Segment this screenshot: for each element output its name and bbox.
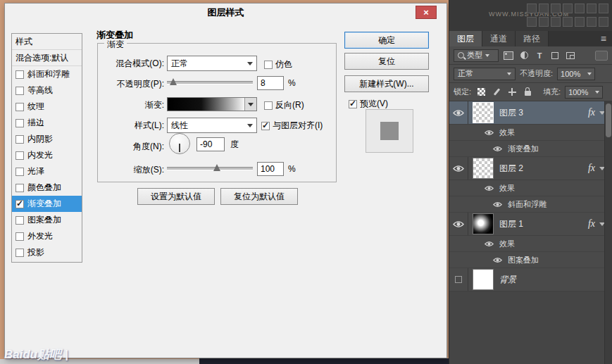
style-item-satin[interactable]: 光泽	[12, 163, 82, 180]
gradient-overlay-checkbox[interactable]	[15, 200, 24, 208]
panel-icon[interactable]	[527, 17, 537, 27]
preview-option[interactable]: 预览(V)	[349, 98, 388, 110]
angle-dial[interactable]	[169, 133, 190, 154]
layer-thumbnail[interactable]	[473, 269, 494, 290]
pattern-overlay-checkbox[interactable]	[15, 216, 24, 225]
panel-icon[interactable]	[539, 17, 549, 27]
visibility-toggle[interactable]	[449, 157, 468, 180]
visibility-toggle[interactable]	[449, 213, 468, 235]
panel-icon[interactable]	[575, 17, 585, 27]
layer-row-3[interactable]: 图层 3 fx	[449, 101, 612, 125]
style-item-inner-glow[interactable]: 内发光	[12, 147, 82, 163]
eye-icon[interactable]	[485, 241, 494, 247]
layer-opacity-input[interactable]: 100%	[557, 68, 595, 80]
inner-glow-checkbox[interactable]	[15, 151, 24, 160]
layer-row-background[interactable]: 背景	[449, 268, 612, 291]
eye-icon[interactable]	[485, 185, 494, 192]
panel-icon[interactable]	[587, 17, 597, 27]
scale-slider[interactable]	[167, 163, 253, 172]
panel-icon[interactable]	[551, 17, 561, 27]
type-filter-icon[interactable]: T	[534, 50, 545, 61]
reverse-option[interactable]: 反向(R)	[264, 99, 304, 111]
set-as-default-button[interactable]: 设置为默认值	[137, 188, 215, 205]
gradient-picker-button[interactable]	[244, 98, 256, 111]
layer-row-1[interactable]: 图层 1 fx	[449, 213, 612, 236]
blending-options-item[interactable]: 混合选项:默认	[12, 50, 82, 66]
panel-icon[interactable]	[599, 17, 608, 27]
effect-item-row[interactable]: 渐变叠加	[449, 141, 612, 157]
style-item-stroke[interactable]: 描边	[12, 115, 82, 131]
effect-item-row[interactable]: 斜面和浮雕	[449, 196, 612, 213]
layer-row-2[interactable]: 图层 2 fx	[449, 157, 612, 180]
close-button[interactable]: ×	[416, 6, 437, 19]
blend-mode-select[interactable]: 正常	[167, 56, 257, 71]
slider-thumb[interactable]	[213, 164, 220, 171]
fx-badge[interactable]: fx	[588, 163, 595, 174]
effect-item-row[interactable]: 图案叠加	[449, 252, 612, 268]
eye-icon[interactable]	[493, 201, 502, 208]
align-with-layer-option[interactable]: 与图层对齐(I)	[261, 120, 323, 132]
align-with-layer-checkbox[interactable]	[261, 122, 270, 130]
styles-list-header[interactable]: 样式	[12, 34, 82, 50]
dither-option[interactable]: 仿色	[264, 58, 292, 70]
ok-button[interactable]: 确定	[344, 32, 429, 49]
layer-thumbnail[interactable]	[473, 102, 494, 123]
panel-icon[interactable]	[563, 4, 573, 13]
satin-checkbox[interactable]	[15, 168, 24, 176]
style-item-gradient-overlay[interactable]: 渐变叠加	[12, 196, 82, 212]
layer-thumbnail[interactable]	[473, 158, 494, 179]
effects-row[interactable]: 效果	[449, 236, 612, 252]
lock-all-icon[interactable]	[522, 87, 533, 98]
effects-row[interactable]: 效果	[449, 125, 612, 141]
style-item-bevel-emboss[interactable]: 斜面和浮雕	[12, 66, 82, 82]
shape-filter-icon[interactable]	[549, 50, 561, 61]
preview-checkbox[interactable]	[349, 100, 357, 108]
style-item-drop-shadow[interactable]: 投影	[12, 244, 82, 261]
filter-toggle-icon[interactable]	[595, 51, 608, 61]
drop-shadow-checkbox[interactable]	[15, 249, 24, 257]
panel-icon[interactable]	[563, 17, 573, 27]
eye-icon[interactable]	[485, 130, 494, 136]
panel-icon[interactable]	[527, 4, 537, 13]
lock-transparency-icon[interactable]	[475, 87, 487, 98]
reset-button[interactable]: 复位	[344, 53, 429, 70]
panel-icon[interactable]	[551, 4, 561, 13]
stroke-checkbox[interactable]	[15, 119, 24, 127]
dialog-titlebar[interactable]: 图层样式 ×	[5, 4, 446, 22]
visibility-toggle[interactable]	[449, 101, 468, 124]
new-style-button[interactable]: 新建样式(W)...	[344, 75, 429, 92]
layer-thumbnail[interactable]	[473, 213, 494, 234]
tab-paths[interactable]: 路径	[516, 31, 549, 46]
fill-input[interactable]: 100%	[565, 86, 603, 99]
dither-checkbox[interactable]	[264, 61, 273, 69]
angle-input[interactable]: -90	[196, 137, 225, 151]
layers-scrollbar[interactable]	[604, 101, 612, 364]
tab-layers[interactable]: 图层	[449, 31, 482, 46]
visibility-toggle[interactable]	[449, 268, 468, 291]
pixel-filter-icon[interactable]	[503, 50, 514, 61]
lock-position-icon[interactable]	[506, 87, 518, 98]
smart-object-filter-icon[interactable]	[565, 50, 576, 61]
contour-checkbox[interactable]	[15, 87, 24, 95]
visibility-checkbox[interactable]	[455, 276, 462, 283]
gradient-style-select[interactable]: 线性	[167, 118, 257, 133]
reverse-checkbox[interactable]	[264, 101, 273, 110]
fx-badge[interactable]: fx	[588, 107, 595, 118]
panel-icon[interactable]	[599, 4, 608, 13]
filter-kind-select[interactable]: 类型	[454, 49, 499, 62]
panel-icon[interactable]	[587, 4, 597, 13]
tab-channels[interactable]: 通道	[482, 31, 516, 46]
color-overlay-checkbox[interactable]	[15, 184, 24, 192]
opacity-input[interactable]: 8	[257, 76, 284, 90]
scale-input[interactable]: 100	[257, 162, 284, 176]
opacity-slider[interactable]	[167, 77, 253, 87]
panel-icon[interactable]	[575, 4, 585, 13]
outer-glow-checkbox[interactable]	[15, 232, 24, 241]
style-item-outer-glow[interactable]: 外发光	[12, 228, 82, 244]
style-item-pattern-overlay[interactable]: 图案叠加	[12, 212, 82, 228]
lock-pixels-icon[interactable]	[491, 87, 502, 98]
gradient-swatch[interactable]	[167, 97, 257, 111]
effects-row[interactable]: 效果	[449, 180, 612, 196]
inner-shadow-checkbox[interactable]	[15, 135, 24, 144]
layer-blend-mode-select[interactable]: 正常	[454, 68, 516, 80]
